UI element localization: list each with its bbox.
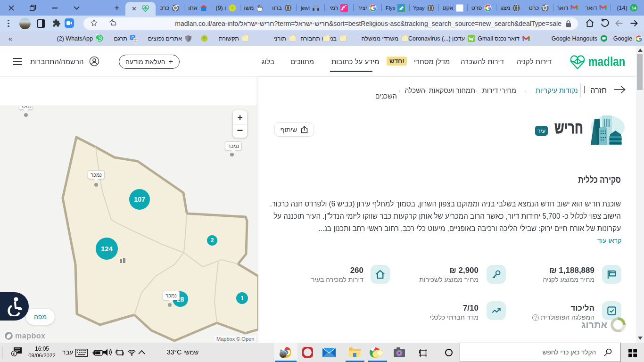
svg-text:6: 6: [13, 352, 15, 356]
svg-text:文: 文: [134, 38, 138, 42]
svg-text:14: 14: [631, 6, 636, 10]
